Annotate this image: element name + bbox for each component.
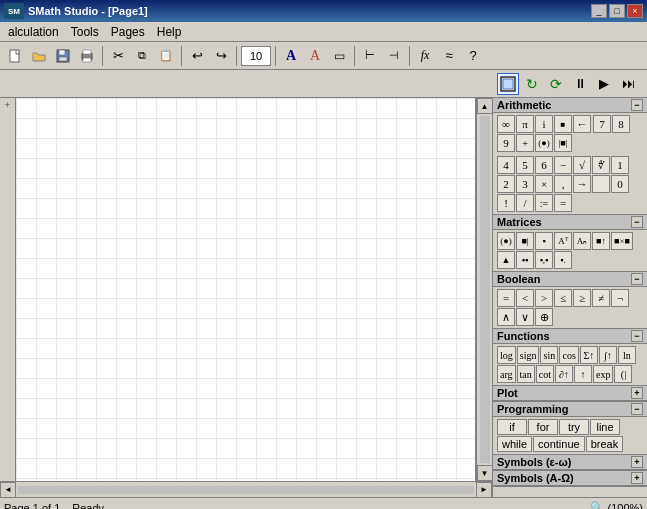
prog-for[interactable]: for: [528, 419, 558, 435]
plot-collapse[interactable]: +: [631, 387, 643, 399]
mat-trans[interactable]: Aᵀ: [554, 232, 572, 250]
prog-if[interactable]: if: [497, 419, 527, 435]
prog-continue[interactable]: continue: [533, 436, 585, 452]
func-partial[interactable]: ∂↑: [555, 365, 573, 383]
arith-assign[interactable]: :=: [535, 194, 553, 212]
prog-try[interactable]: try: [559, 419, 589, 435]
menu-tools[interactable]: Tools: [65, 23, 105, 41]
horizontal-scrollbar[interactable]: ◄ ►: [0, 481, 492, 497]
menu-help[interactable]: Help: [151, 23, 188, 41]
close-button[interactable]: ×: [627, 4, 643, 18]
func-integral[interactable]: ∫↑: [599, 346, 617, 364]
minimize-button[interactable]: _: [591, 4, 607, 18]
open-button[interactable]: [28, 45, 50, 67]
bool-not[interactable]: ¬: [611, 289, 629, 307]
functions-collapse[interactable]: −: [631, 330, 643, 342]
font-size-input[interactable]: [241, 46, 271, 66]
arith-div[interactable]: /: [516, 194, 534, 212]
bool-gt[interactable]: >: [535, 289, 553, 307]
mat-comma-pair[interactable]: ▪,▪: [535, 251, 553, 269]
arith-0[interactable]: 0: [611, 175, 629, 193]
symbols-alpha-collapse[interactable]: +: [631, 472, 643, 484]
play-button[interactable]: ▶: [593, 73, 615, 95]
h-scroll-track[interactable]: [18, 486, 474, 494]
func-sin[interactable]: sin: [540, 346, 558, 364]
region-mode-button[interactable]: [497, 73, 519, 95]
end-button[interactable]: ⏭: [617, 73, 639, 95]
func-limit[interactable]: ↑: [574, 365, 592, 383]
bool-lt[interactable]: <: [516, 289, 534, 307]
align-left-button[interactable]: ⊢: [359, 45, 381, 67]
bool-le[interactable]: ≤: [554, 289, 572, 307]
bool-or[interactable]: ∨: [516, 308, 534, 326]
mat-dot[interactable]: ▪: [535, 232, 553, 250]
arith-space[interactable]: [592, 175, 610, 193]
func-cot[interactable]: cot: [536, 365, 554, 383]
align-right-button[interactable]: ⊣: [383, 45, 405, 67]
bool-and[interactable]: ∧: [497, 308, 515, 326]
arith-right-arr[interactable]: →: [573, 175, 591, 193]
scroll-up-button[interactable]: ▲: [477, 98, 493, 114]
prog-break[interactable]: break: [586, 436, 624, 452]
undo-button[interactable]: ↩: [186, 45, 208, 67]
bool-ge[interactable]: ≥: [573, 289, 591, 307]
scroll-left-button[interactable]: ◄: [0, 482, 16, 498]
copy-button[interactable]: ⧉: [131, 45, 153, 67]
recalc2-button[interactable]: ⟳: [545, 73, 567, 95]
v-scroll-track[interactable]: [480, 116, 490, 463]
arith-3[interactable]: 3: [516, 175, 534, 193]
cut-button[interactable]: ✂: [107, 45, 129, 67]
recalc-button[interactable]: ↻: [521, 73, 543, 95]
scroll-right-button[interactable]: ►: [476, 482, 492, 498]
canvas[interactable]: [16, 98, 476, 481]
color-a-button[interactable]: A: [304, 45, 326, 67]
arith-excl[interactable]: !: [497, 194, 515, 212]
arith-7[interactable]: 7: [593, 115, 611, 133]
insert-box-button[interactable]: ▭: [328, 45, 350, 67]
pause-button[interactable]: ⏸: [569, 73, 591, 95]
menu-calculation[interactable]: alculation: [2, 23, 65, 41]
mat-paren[interactable]: (●): [497, 232, 515, 250]
print-button[interactable]: [76, 45, 98, 67]
arith-abs[interactable]: (●): [535, 134, 553, 152]
arith-5[interactable]: 5: [516, 156, 534, 174]
prog-line[interactable]: line: [590, 419, 620, 435]
arith-1[interactable]: 1: [611, 156, 629, 174]
arith-6[interactable]: 6: [535, 156, 553, 174]
save-button[interactable]: [52, 45, 74, 67]
arith-nroot[interactable]: ∜: [592, 156, 610, 174]
menu-pages[interactable]: Pages: [105, 23, 151, 41]
arith-9[interactable]: 9: [497, 134, 515, 152]
arith-2[interactable]: 2: [497, 175, 515, 193]
arith-eq[interactable]: =: [554, 194, 572, 212]
arith-minus[interactable]: −: [554, 156, 572, 174]
func-tan[interactable]: tan: [517, 365, 535, 383]
arith-times[interactable]: ×: [535, 175, 553, 193]
mat-dots[interactable]: ▪▪: [516, 251, 534, 269]
arith-black-sq[interactable]: ■: [554, 115, 572, 133]
arith-sqrt[interactable]: √: [573, 156, 591, 174]
formula-button[interactable]: fx: [414, 45, 436, 67]
vertical-scrollbar[interactable]: ▲ ▼: [476, 98, 492, 481]
scroll-down-button[interactable]: ▼: [477, 465, 493, 481]
tilde-button[interactable]: ≈: [438, 45, 460, 67]
bool-eq[interactable]: =: [497, 289, 515, 307]
func-exp[interactable]: exp: [593, 365, 613, 383]
prog-while[interactable]: while: [497, 436, 532, 452]
mat-cross[interactable]: ■×■: [611, 232, 633, 250]
symbols-epsilon-collapse[interactable]: +: [631, 456, 643, 468]
bool-ne[interactable]: ≠: [592, 289, 610, 307]
arith-norm[interactable]: |■|: [554, 134, 572, 152]
redo-button[interactable]: ↪: [210, 45, 232, 67]
new-button[interactable]: [4, 45, 26, 67]
maximize-button[interactable]: □: [609, 4, 625, 18]
func-sign[interactable]: sign: [517, 346, 540, 364]
mat-tri[interactable]: ▲: [497, 251, 515, 269]
question-button[interactable]: ?: [462, 45, 484, 67]
boolean-collapse[interactable]: −: [631, 273, 643, 285]
func-cos[interactable]: cos: [559, 346, 578, 364]
programming-collapse[interactable]: −: [631, 403, 643, 415]
matrices-collapse[interactable]: −: [631, 216, 643, 228]
func-sum[interactable]: Σ↑: [580, 346, 598, 364]
mat-dot-pair[interactable]: ▪.: [554, 251, 572, 269]
